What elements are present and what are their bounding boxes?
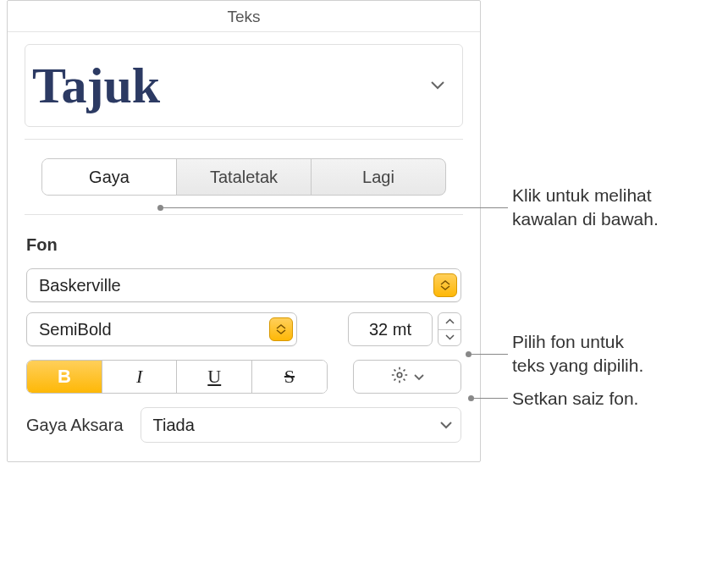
font-weight-popup[interactable]: SemiBold <box>26 312 297 346</box>
chevron-down-icon <box>440 417 452 433</box>
tab-style[interactable]: Gaya <box>42 159 177 195</box>
character-style-value: Tiada <box>153 416 440 435</box>
callout-leader <box>161 207 508 208</box>
character-style-popup[interactable]: Tiada <box>141 407 461 443</box>
svg-point-0 <box>397 372 402 378</box>
font-section-label: Fon <box>8 215 480 263</box>
advanced-options-button[interactable] <box>353 360 461 394</box>
font-size-step-up[interactable] <box>438 313 461 330</box>
font-size-step-down[interactable] <box>438 330 461 346</box>
text-format-group: B I U S <box>26 360 328 394</box>
callout-size: Setkan saiz fon. <box>512 387 638 411</box>
stepper-knob-icon <box>269 317 293 341</box>
chevron-down-icon <box>428 76 447 95</box>
paragraph-style-popup[interactable]: Tajuk <box>25 44 463 127</box>
panel-title: Teks <box>8 1 480 32</box>
tab-more[interactable]: Lagi <box>312 159 445 195</box>
divider <box>25 139 463 140</box>
font-size-stepper <box>438 312 461 346</box>
text-tabs: Gaya Tataletak Lagi <box>41 158 446 196</box>
underline-button[interactable]: U <box>177 361 252 393</box>
font-family-popup[interactable]: Baskerville <box>26 268 461 302</box>
font-size-field[interactable] <box>348 312 433 346</box>
font-weight-value: SemiBold <box>39 320 269 339</box>
callout-tabs: Klik untuk melihat kawalan di bawah. <box>512 184 659 232</box>
tab-layout[interactable]: Tataletak <box>177 159 312 195</box>
character-style-label: Gaya Aksara <box>26 416 124 435</box>
paragraph-style-name: Tajuk <box>32 57 428 115</box>
text-inspector-panel: Teks Tajuk Gaya Tataletak Lagi Fon Baske… <box>7 0 481 462</box>
callout-leader <box>472 398 508 399</box>
strikethrough-button[interactable]: S <box>252 361 327 393</box>
font-family-value: Baskerville <box>39 276 433 295</box>
gear-icon <box>390 366 409 388</box>
chevron-down-icon <box>414 369 424 384</box>
callout-leader <box>469 354 508 355</box>
bold-button[interactable]: B <box>27 361 102 393</box>
callout-font: Pilih fon untuk teks yang dipilih. <box>512 330 643 378</box>
stepper-knob-icon <box>433 273 457 297</box>
italic-button[interactable]: I <box>102 361 178 393</box>
